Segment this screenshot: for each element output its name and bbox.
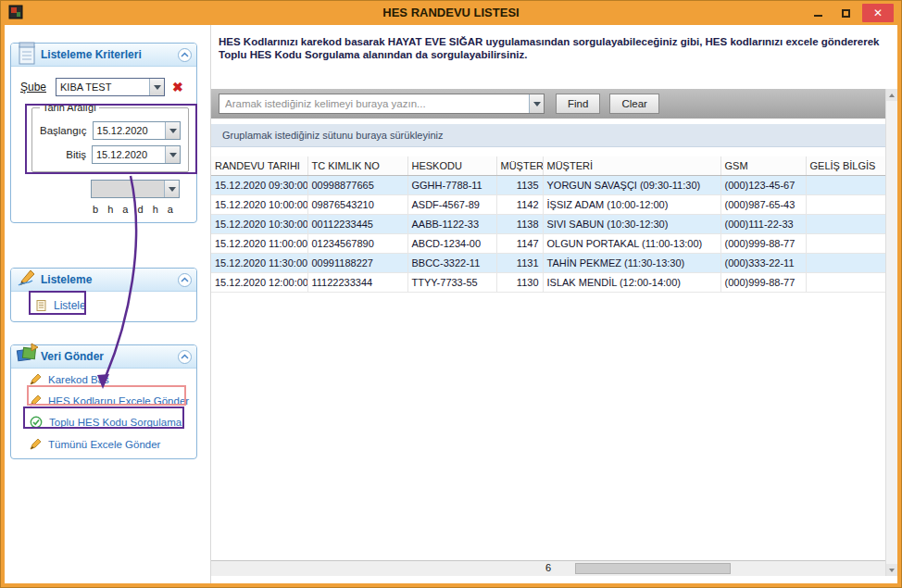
find-button[interactable]: Find [556,94,600,114]
table-cell: İŞSIZ ADAM (10:00-12:00) [543,194,720,214]
table-cell: YORGUN SAVAŞÇI (09:30-11:30) [543,175,720,194]
bitis-date-dropdown[interactable]: 15.12.2020 [92,145,181,164]
table-cell: (000)111-22-33 [720,214,806,233]
panel-title: Veri Gönder [41,350,104,363]
notepad-icon [35,299,48,312]
dropdown-arrow-icon[interactable] [149,79,164,95]
books-send-icon [16,343,40,365]
table-header-row: RANDEVU TARIHITC KIMLIK NOHESKODUMÜŞTERM… [211,156,885,175]
group-by-hint: Gruplamak istediğiniz sütunu buraya sürü… [222,130,443,141]
check-circle-icon [30,416,43,429]
window-title: HES RANDEVU LISTESI [1,6,901,19]
search-combobox[interactable] [219,94,545,114]
chevron-up-icon [181,52,189,58]
link-toplu-hes-kodu-sorgulama[interactable]: Toplu HES Kodu Sorgulama [11,411,196,433]
panel-title: Listeleme Kriterleri [41,48,142,61]
search-input[interactable] [219,94,529,113]
panel-header: Veri Gönder [11,345,196,369]
minimize-icon [814,15,822,17]
table-cell: 15.12.2020 09:30:00 [211,175,307,194]
table-cell: GGHH-7788-11 [407,175,496,194]
pencil-icon [30,438,42,450]
table-body: 15.12.2020 09:30:0000998877665GGHH-7788-… [211,175,885,292]
table-row[interactable]: 15.12.2020 11:00:0001234567890ABCD-1234-… [211,233,885,253]
clear-button[interactable]: Clear [609,94,658,114]
scroll-up-icon[interactable] [886,89,897,101]
pencil-write-icon [16,266,40,288]
table-cell: BBCC-3322-11 [407,253,496,272]
collapse-button[interactable] [178,273,192,287]
collapse-button[interactable] [178,350,192,364]
clear-sube-button[interactable]: ✖ [172,80,183,94]
table-cell: ASDF-4567-89 [407,194,496,214]
table-cell: (000)987-65-43 [720,194,806,214]
sube-value: KIBA TEST [56,81,149,93]
column-header[interactable]: RANDEVU TARIHI [211,156,307,175]
panel-listeleme: Listeleme Listele [10,268,197,322]
column-header[interactable]: GELİŞ BİLGİS [806,156,885,175]
maximize-button[interactable] [834,4,857,22]
listele-link[interactable]: Listele [11,292,196,321]
column-header[interactable]: GSM [720,156,806,175]
table-cell: TAHİN PEKMEZ (11:30-13:30) [543,253,720,272]
minimize-button[interactable] [807,4,829,22]
sube-dropdown[interactable]: KIBA TEST [56,78,165,96]
table-cell: TTYY-7733-55 [407,272,496,292]
table-cell: 09876543210 [307,194,407,214]
link-label: Toplu HES Kodu Sorgulama [49,417,182,428]
table-cell [806,214,885,233]
table-cell: 00991188227 [307,253,407,272]
table-cell: 1131 [496,253,543,272]
sube-label: Şube [20,81,50,94]
table-cell: SIVI SABUN (10:30-12:30) [543,214,720,233]
collapse-button[interactable] [178,48,192,62]
link-karekod-bas[interactable]: Karekod Bas [11,369,196,390]
panel-veri-gonder: Veri Gönder Karekod Bas HES Kodlarını Ex… [10,344,197,459]
group-by-area[interactable]: Gruplamak istediğiniz sütunu buraya sürü… [211,124,885,147]
table-cell: 15.12.2020 11:00:00 [211,233,307,253]
link-hes-kodlarini-excele-gonder[interactable]: HES Kodlarını Excele Gönder [11,390,196,411]
panel-title: Listeleme [41,273,92,286]
table-cell: 11122233344 [307,272,407,292]
info-text: HES Kodlarınızı karekod basarak HAYAT EV… [211,25,897,61]
table-cell [806,194,885,214]
table-cell: ABCD-1234-00 [407,233,496,253]
table-row[interactable]: 15.12.2020 10:30:0000112233445AABB-1122-… [211,214,885,233]
table-cell: 1142 [496,194,543,214]
record-count: 6 [540,562,557,573]
hscrollbar-thumb[interactable] [575,563,731,574]
table-cell: AABB-1122-33 [407,214,496,233]
pencil-icon [30,373,42,385]
column-header[interactable]: MÜŞTERİ [543,156,720,175]
vertical-scrollbar[interactable] [885,89,897,576]
table-row[interactable]: 15.12.2020 12:00:0011122233344TTYY-7733-… [211,272,885,292]
link-label: Tümünü Excele Gönder [48,439,160,450]
close-button[interactable]: ✕ [862,4,894,22]
dropdown-arrow-icon[interactable] [165,122,180,139]
column-header[interactable]: MÜŞTER [496,156,543,175]
scroll-down-icon[interactable] [886,564,897,576]
sidebar: Listeleme Kriterleri Şube KIBA TEST ✖ Ta… [8,25,203,459]
baslangic-date-dropdown[interactable]: 15.12.2020 [93,121,181,140]
table-cell: (000)333-22-11 [720,253,806,272]
tarih-araligi-title: Tarih Aralığı [40,102,99,113]
link-tumunu-excele-gonder[interactable]: Tümünü Excele Gönder [11,433,196,458]
dropdown-arrow-icon[interactable] [164,181,179,197]
table-row[interactable]: 15.12.2020 10:00:0009876543210ASDF-4567-… [211,194,885,214]
chevron-up-icon [181,354,189,360]
extra-dropdown[interactable] [91,180,180,198]
sube-row: Şube KIBA TEST ✖ [11,67,196,98]
bitis-row: Bitiş 15.12.2020 [40,145,181,164]
table-cell: 15.12.2020 11:30:00 [211,253,307,272]
table-row[interactable]: 15.12.2020 09:30:0000998877665GGHH-7788-… [211,175,885,194]
table-cell: OLGUN PORTAKAL (11:00-13:00) [543,233,720,253]
bitis-label: Bitiş [66,149,86,160]
calendar-letters: b h a d h a [93,204,187,215]
column-header[interactable]: HESKODU [407,156,496,175]
column-header[interactable]: TC KIMLIK NO [307,156,407,175]
dropdown-arrow-icon[interactable] [165,146,180,163]
table-row[interactable]: 15.12.2020 11:30:0000991188227BBCC-3322-… [211,253,885,272]
dropdown-arrow-icon[interactable] [529,94,544,113]
table-cell: 01234567890 [307,233,407,253]
table-cell: (000)999-88-77 [720,233,806,253]
